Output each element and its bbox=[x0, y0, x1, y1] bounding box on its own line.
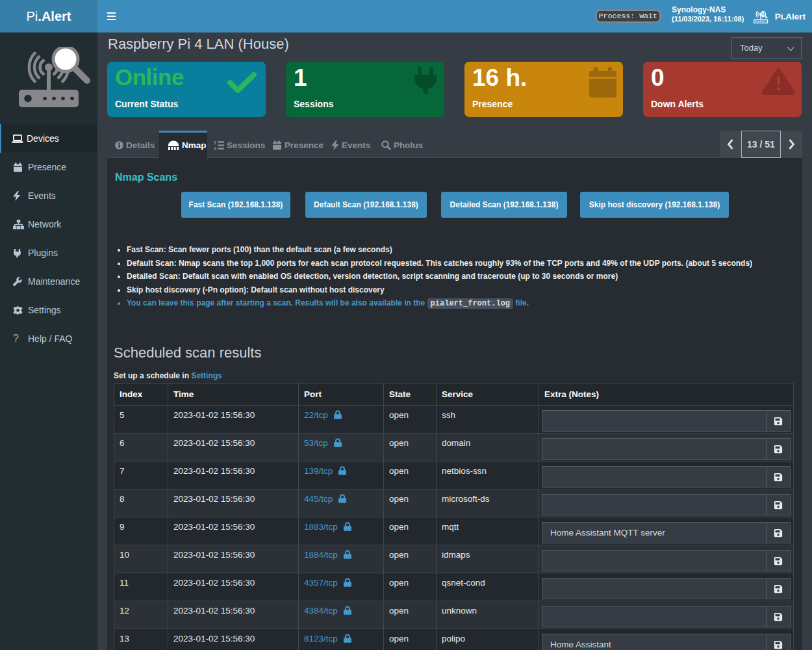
svg-text:2: 2 bbox=[214, 146, 216, 151]
